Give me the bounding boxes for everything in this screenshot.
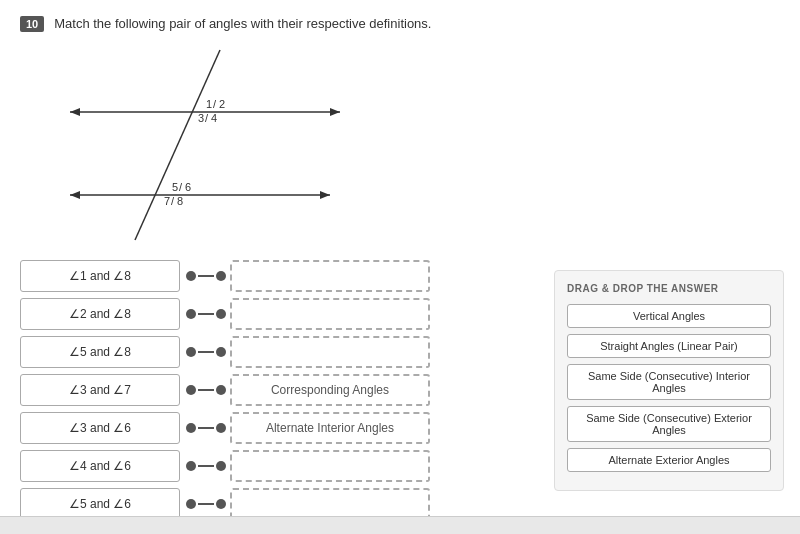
connector-6	[186, 461, 226, 471]
right-box-1[interactable]	[230, 260, 430, 292]
drag-option-2[interactable]: Straight Angles (Linear Pair)	[567, 334, 771, 358]
dot-right	[216, 385, 226, 395]
dot-left	[186, 271, 196, 281]
connector-2	[186, 309, 226, 319]
svg-marker-5	[70, 191, 80, 199]
right-box-5[interactable]: Alternate Interior Angles	[230, 412, 430, 444]
svg-text:7: 7	[164, 195, 170, 207]
drag-option-4[interactable]: Same Side (Consecutive) Exterior Angles	[567, 406, 771, 442]
dot-left	[186, 423, 196, 433]
svg-text:5: 5	[172, 181, 178, 193]
left-box-4: ∠3 and ∠7	[20, 374, 180, 406]
right-column: Corresponding Angles Alternate Interior …	[230, 260, 430, 520]
left-column: ∠1 and ∠8 ∠2 and ∠8 ∠5 and ∠8	[20, 260, 226, 520]
left-box-3: ∠5 and ∠8	[20, 336, 180, 368]
connector-4	[186, 385, 226, 395]
dot-right	[216, 347, 226, 357]
left-box-5: ∠3 and ∠6	[20, 412, 180, 444]
drag-drop-section: DRAG & DROP THE ANSWER Vertical Angles S…	[554, 270, 784, 491]
line	[198, 275, 214, 277]
dot-right	[216, 461, 226, 471]
geometry-diagram: 1 / 2 3 / 4 5 / 6 7 / 8	[40, 40, 380, 250]
drag-option-5[interactable]: Alternate Exterior Angles	[567, 448, 771, 472]
svg-text:/: /	[171, 195, 175, 207]
left-box-6: ∠4 and ∠6	[20, 450, 180, 482]
question-header: 10 Match the following pair of angles wi…	[20, 16, 780, 32]
svg-text:8: 8	[177, 195, 183, 207]
connector-3	[186, 347, 226, 357]
drag-option-1[interactable]: Vertical Angles	[567, 304, 771, 328]
diagram-area: 1 / 2 3 / 4 5 / 6 7 / 8	[40, 40, 380, 250]
svg-marker-3	[330, 108, 340, 116]
line	[198, 503, 214, 505]
left-box-1: ∠1 and ∠8	[20, 260, 180, 292]
svg-text:1: 1	[206, 98, 212, 110]
page: 10 Match the following pair of angles wi…	[0, 0, 800, 534]
dot-left	[186, 309, 196, 319]
connector-1	[186, 271, 226, 281]
drag-option-3[interactable]: Same Side (Consecutive) Interior Angles	[567, 364, 771, 400]
dot-left	[186, 461, 196, 471]
bottom-bar	[0, 516, 800, 534]
svg-text:3: 3	[198, 112, 204, 124]
list-item: ∠2 and ∠8	[20, 298, 226, 330]
svg-text:2: 2	[219, 98, 225, 110]
svg-text:/: /	[179, 181, 183, 193]
left-box-2: ∠2 and ∠8	[20, 298, 180, 330]
line	[198, 465, 214, 467]
svg-text:/: /	[205, 112, 209, 124]
line	[198, 313, 214, 315]
right-box-2[interactable]	[230, 298, 430, 330]
dot-left	[186, 347, 196, 357]
connector-5	[186, 423, 226, 433]
svg-text:6: 6	[185, 181, 191, 193]
drag-drop-title: DRAG & DROP THE ANSWER	[567, 283, 771, 294]
list-item: ∠5 and ∠8	[20, 336, 226, 368]
right-box-4[interactable]: Corresponding Angles	[230, 374, 430, 406]
dot-right	[216, 499, 226, 509]
dot-right	[216, 309, 226, 319]
dot-left	[186, 385, 196, 395]
right-box-6[interactable]	[230, 450, 430, 482]
list-item: ∠3 and ∠6	[20, 412, 226, 444]
line	[198, 389, 214, 391]
list-item: ∠3 and ∠7	[20, 374, 226, 406]
list-item: ∠4 and ∠6	[20, 450, 226, 482]
dot-right	[216, 271, 226, 281]
svg-text:/: /	[213, 98, 217, 110]
question-number: 10	[20, 16, 44, 32]
dot-left	[186, 499, 196, 509]
svg-line-0	[135, 50, 220, 240]
svg-text:4: 4	[211, 112, 217, 124]
dot-right	[216, 423, 226, 433]
svg-marker-2	[70, 108, 80, 116]
connector-7	[186, 499, 226, 509]
right-box-3[interactable]	[230, 336, 430, 368]
line	[198, 427, 214, 429]
list-item: ∠1 and ∠8	[20, 260, 226, 292]
svg-marker-6	[320, 191, 330, 199]
question-text: Match the following pair of angles with …	[54, 16, 431, 31]
line	[198, 351, 214, 353]
